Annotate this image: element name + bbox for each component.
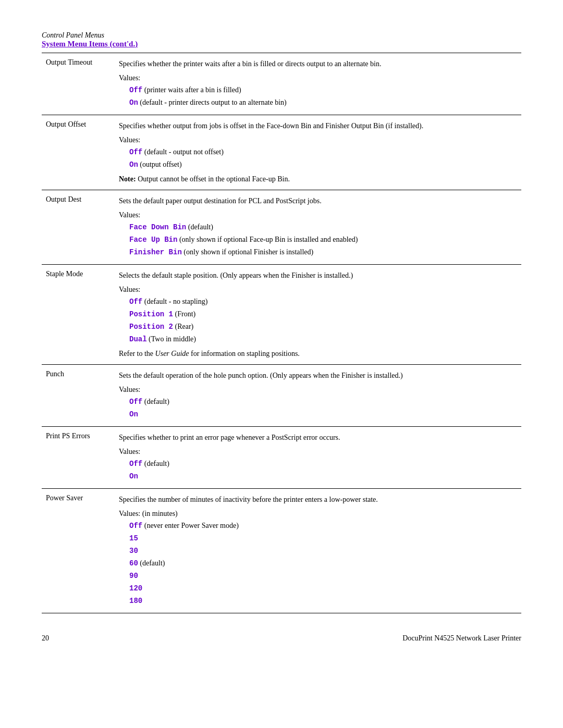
note2-text: Refer to the User Guide for information … — [119, 348, 517, 359]
table-row: Output TimeoutSpecifies whether the prin… — [42, 53, 521, 115]
row-desc: Specifies whether to print an error page… — [115, 427, 521, 489]
row-label: Output Offset — [42, 115, 115, 190]
desc-text: Specifies whether output from jobs is of… — [119, 120, 517, 131]
row-desc: Specifies the number of minutes of inact… — [115, 489, 521, 613]
code-value: On — [129, 410, 138, 418]
main-table: Output TimeoutSpecifies whether the prin… — [42, 53, 521, 613]
list-item: Off (default - output not offset) — [129, 146, 517, 158]
values-list: Off (never enter Power Saver mode)153060… — [129, 520, 517, 607]
list-item: 30 — [129, 545, 517, 557]
row-label: Output Timeout — [42, 53, 115, 115]
code-value: Position 2 — [129, 323, 173, 331]
row-desc: Sets the default paper output destinatio… — [115, 190, 521, 265]
desc-text: Sets the default operation of the hole p… — [119, 370, 517, 381]
row-label: Punch — [42, 365, 115, 427]
list-item: 15 — [129, 533, 517, 544]
list-item: Off (default - no stapling) — [129, 296, 517, 307]
list-item: Finisher Bin (only shown if optional Fin… — [129, 246, 517, 258]
list-item: 120 — [129, 583, 517, 594]
values-label: Values: — [119, 72, 517, 83]
list-item: Off (printer waits after a bin is filled… — [129, 84, 517, 96]
values-label: Values: — [119, 284, 517, 295]
values-label: Values: — [119, 209, 517, 220]
row-desc: Specifies whether the printer waits afte… — [115, 53, 521, 115]
code-value: 120 — [129, 584, 142, 593]
row-label: Output Dest — [42, 190, 115, 265]
list-item: Position 1 (Front) — [129, 309, 517, 320]
list-item: Off (never enter Power Saver mode) — [129, 520, 517, 532]
list-item: Face Down Bin (default) — [129, 221, 517, 233]
values-label: Values: — [119, 134, 517, 145]
list-item: Off (default) — [129, 396, 517, 408]
code-value: Off — [129, 398, 142, 406]
desc-text: Specifies whether to print an error page… — [119, 432, 517, 443]
section-title: System Menu Items (cont'd.) — [42, 40, 521, 48]
values-label: Values: — [119, 446, 517, 457]
page-footer: 20 DocuPrint N4525 Network Laser Printer — [42, 634, 521, 643]
row-label: Print PS Errors — [42, 427, 115, 489]
page-number: 20 — [42, 634, 49, 643]
code-value: 90 — [129, 572, 138, 580]
note-text: Note: Output cannot be offset in the opt… — [119, 174, 517, 184]
row-desc: Sets the default operation of the hole p… — [115, 365, 521, 427]
product-name: DocuPrint N4525 Network Laser Printer — [402, 634, 521, 643]
table-row: Staple ModeSelects the default staple po… — [42, 265, 521, 365]
code-value: Face Up Bin — [129, 236, 177, 244]
table-row: Output DestSets the default paper output… — [42, 190, 521, 265]
list-item: On — [129, 409, 517, 420]
table-row: Output OffsetSpecifies whether output fr… — [42, 115, 521, 190]
list-item: Position 2 (Rear) — [129, 321, 517, 332]
list-item: On (default - printer directs output to … — [129, 97, 517, 108]
table-row: PunchSets the default operation of the h… — [42, 365, 521, 427]
code-value: Position 1 — [129, 310, 173, 318]
list-item: On — [129, 471, 517, 482]
code-value: 180 — [129, 597, 142, 605]
list-item: On (output offset) — [129, 159, 517, 170]
list-item: 60 (default) — [129, 558, 517, 569]
code-value: 60 — [129, 559, 138, 567]
code-value: 30 — [129, 547, 138, 555]
code-value: Off — [129, 522, 142, 530]
code-value: Off — [129, 86, 142, 94]
page-header: Control Panel Menus — [42, 31, 521, 40]
code-value: Off — [129, 148, 142, 156]
table-row: Print PS ErrorsSpecifies whether to prin… — [42, 427, 521, 489]
values-list: Off (default - output not offset)On (out… — [129, 146, 517, 170]
row-desc: Selects the default staple position. (On… — [115, 265, 521, 365]
code-value: On — [129, 472, 138, 480]
desc-text: Selects the default staple position. (On… — [119, 270, 517, 281]
list-item: Off (default) — [129, 458, 517, 470]
values-label: Values: — [119, 384, 517, 395]
list-item: Face Up Bin (only shown if optional Face… — [129, 234, 517, 245]
desc-text: Sets the default paper output destinatio… — [119, 195, 517, 206]
row-desc: Specifies whether output from jobs is of… — [115, 115, 521, 190]
code-value: Finisher Bin — [129, 248, 182, 256]
list-item: 180 — [129, 595, 517, 607]
code-value: On — [129, 161, 138, 169]
code-value: Off — [129, 460, 142, 468]
list-item: 90 — [129, 570, 517, 582]
code-value: Dual — [129, 335, 147, 343]
values-list: Off (printer waits after a bin is filled… — [129, 84, 517, 108]
row-label: Staple Mode — [42, 265, 115, 365]
code-value: On — [129, 98, 138, 107]
desc-text: Specifies the number of minutes of inact… — [119, 494, 517, 505]
values-list: Face Down Bin (default)Face Up Bin (only… — [129, 221, 517, 258]
values-list: Off (default - no stapling)Position 1 (F… — [129, 296, 517, 345]
table-row: Power SaverSpecifies the number of minut… — [42, 489, 521, 613]
values-list: Off (default)On — [129, 458, 517, 482]
code-value: 15 — [129, 534, 138, 542]
values-list: Off (default)On — [129, 396, 517, 420]
row-label: Power Saver — [42, 489, 115, 613]
code-value: Face Down Bin — [129, 223, 186, 231]
values-label: Values: (in minutes) — [119, 508, 517, 519]
list-item: Dual (Two in middle) — [129, 334, 517, 345]
code-value: Off — [129, 298, 142, 306]
desc-text: Specifies whether the printer waits afte… — [119, 58, 517, 69]
